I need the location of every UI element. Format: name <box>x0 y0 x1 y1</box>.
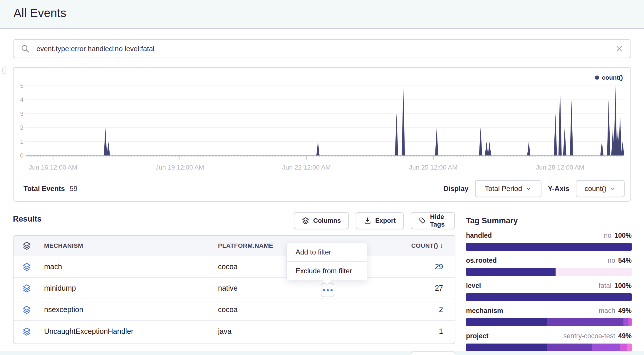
stack-icon <box>22 327 31 336</box>
tag-bar-segment[interactable] <box>466 293 632 301</box>
event-count-spike <box>559 86 562 155</box>
total-events-label: Total Events <box>24 185 65 193</box>
tag-top-value: no <box>604 232 612 240</box>
row-stack-icon <box>14 305 44 314</box>
tag-bar-segment[interactable] <box>466 318 547 326</box>
tag-label-row: project sentry-cocoa-test 49% <box>466 332 632 340</box>
cell-actions-button[interactable] <box>321 283 334 297</box>
event-count-spike <box>618 114 622 155</box>
next-page-button[interactable] <box>433 352 455 355</box>
y-axis-tick-label: 2 <box>20 124 24 131</box>
search-bar[interactable]: event.type:error handled:no level:fatal <box>13 39 631 58</box>
tag-summary-heading: Tag Summary <box>466 216 518 225</box>
cell-platform[interactable]: cocoa <box>218 305 324 314</box>
discover-all-events-page: All Events event.type:error handled:no l… <box>0 0 644 355</box>
export-button-label: Export <box>375 217 396 225</box>
tag-bar-segment[interactable] <box>627 344 632 351</box>
y-axis-tick-label: 5 <box>20 82 24 89</box>
dot <box>331 289 333 291</box>
cell-context-menu: Add to filter Exclude from filter <box>286 243 367 280</box>
tag-distribution-bar <box>466 268 632 276</box>
cell-mechanism[interactable]: minidump <box>44 284 218 292</box>
yaxis-label: Y-Axis <box>548 185 569 193</box>
row-stack-icon <box>14 262 44 271</box>
yaxis-select-value: count() <box>585 185 607 193</box>
previous-page-button[interactable] <box>411 352 433 355</box>
export-button[interactable]: Export <box>356 212 404 229</box>
tag-top-percent: 100% <box>614 282 632 290</box>
total-events-value: 59 <box>70 185 78 193</box>
tag-bar-segment[interactable] <box>623 318 628 326</box>
dot <box>327 289 329 291</box>
table-header-row: MECHANISM PLATFORM.NAME COUNT()↓ <box>14 236 455 256</box>
stack-icon <box>22 262 31 271</box>
y-axis-tick-label: 1 <box>20 138 24 145</box>
cell-mechanism[interactable]: UncaughtExceptionHandler <box>44 327 218 336</box>
results-heading: Results <box>13 215 42 224</box>
tag-bar-segment[interactable] <box>592 344 620 351</box>
legend-series-dot <box>595 76 599 80</box>
event-count-spike <box>402 86 405 155</box>
tag-bar-segment[interactable] <box>466 243 632 251</box>
cell-mechanism[interactable]: nsexception <box>44 305 218 314</box>
x-axis-tick-label: Jun 16 12:00 AM <box>29 164 77 171</box>
layers-icon <box>302 217 309 225</box>
clear-search-icon[interactable] <box>615 45 623 53</box>
tag-bar-remainder[interactable] <box>556 268 632 276</box>
column-header-mechanism[interactable]: MECHANISM <box>44 242 218 249</box>
row-stack-icon <box>14 284 44 293</box>
event-count-spike <box>485 142 488 155</box>
x-axis-tick-label: Jun 28 12:00 AM <box>536 164 584 171</box>
cell-mechanism[interactable]: mach <box>44 262 218 271</box>
cell-count[interactable]: 27 <box>324 284 455 292</box>
stack-icon <box>22 284 31 293</box>
tag-summary-entry: mechanism mach 49% <box>466 307 632 326</box>
tag-bar-segment[interactable] <box>547 318 623 326</box>
legend-series-label: count() <box>602 74 623 81</box>
tag-top-value: fatal <box>599 282 611 290</box>
display-label: Display <box>443 185 468 193</box>
panel-drag-handle[interactable] <box>2 66 6 74</box>
columns-button-label: Columns <box>313 217 341 225</box>
tag-top-value: mach <box>599 307 615 315</box>
event-count-spike <box>614 86 617 155</box>
tag-label-row: mechanism mach 49% <box>466 307 632 315</box>
hide-tags-button-label: Hide Tags <box>430 213 447 228</box>
tag-label-row: level fatal 100% <box>466 282 632 290</box>
cell-count[interactable]: 2 <box>324 305 455 314</box>
tag-bar-segment[interactable] <box>466 344 547 351</box>
search-input[interactable]: event.type:error handled:no level:fatal <box>36 45 615 53</box>
pagination-buttons[interactable] <box>411 351 455 355</box>
chevron-down-icon <box>526 186 531 192</box>
event-count-spike <box>527 142 530 155</box>
menu-item-add-to-filter[interactable]: Add to filter <box>287 243 367 261</box>
columns-button[interactable]: Columns <box>294 212 349 229</box>
chevron-down-icon <box>610 186 616 192</box>
tag-bar-segment[interactable] <box>620 344 627 351</box>
cell-count[interactable]: 1 <box>324 327 455 336</box>
tag-label-row: os.rooted no 54% <box>466 257 632 264</box>
chart-footer: Total Events 59 Display Total Period Y-A… <box>14 176 630 201</box>
tag-bar-segment[interactable] <box>466 268 556 276</box>
cell-platform[interactable]: native <box>218 284 324 292</box>
tag-bar-segment[interactable] <box>628 318 632 326</box>
event-count-spike <box>395 114 398 155</box>
yaxis-select[interactable]: count() <box>576 180 625 197</box>
results-table: MECHANISM PLATFORM.NAME COUNT()↓ mach co… <box>13 235 455 344</box>
tag-top-percent: 49% <box>618 332 632 340</box>
tag-top-percent: 49% <box>618 307 632 315</box>
search-icon <box>21 44 30 53</box>
tag-label-row: handled no 100% <box>466 232 632 240</box>
tag-top-value-group: fatal 100% <box>599 282 632 290</box>
chart-legend[interactable]: count() <box>595 74 623 81</box>
event-count-spike <box>488 142 491 155</box>
event-count-spike <box>621 142 624 155</box>
tag-top-value-group: no 100% <box>604 232 632 240</box>
sort-desc-icon: ↓ <box>440 242 443 249</box>
hide-tags-button[interactable]: Hide Tags <box>411 212 455 229</box>
cell-platform[interactable]: java <box>218 327 324 336</box>
tag-top-percent: 54% <box>618 257 632 264</box>
events-over-time-chart: 012345Jun 16 12:00 AMJun 19 12:00 AMJun … <box>14 68 630 173</box>
tag-bar-segment[interactable] <box>547 344 592 351</box>
display-select[interactable]: Total Period <box>475 180 541 197</box>
